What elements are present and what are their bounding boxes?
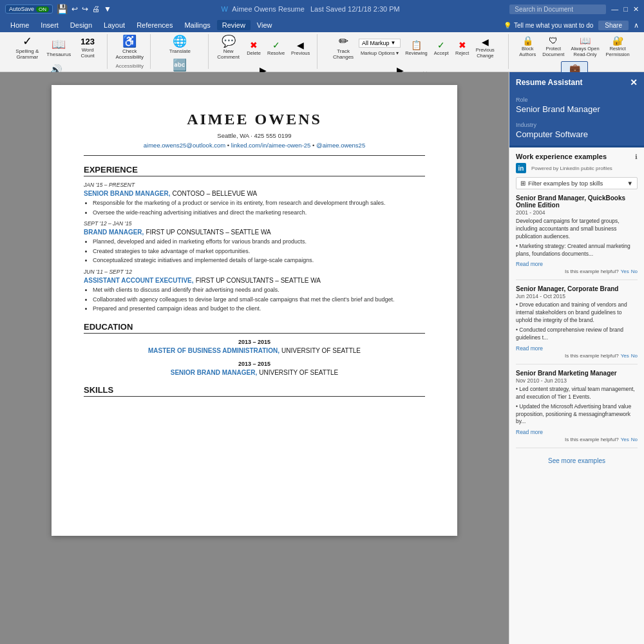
job3-header: ASSISTANT ACCOUNT EXECUTIVE, FIRST UP CO… xyxy=(84,276,425,284)
ribbon: ✓ Spelling &Grammar 📖 Thesaurus 123 Word… xyxy=(0,32,644,72)
ribbon-btn-resolve[interactable]: ✓ Resolve xyxy=(265,39,287,57)
ra-info-icon[interactable]: ℹ xyxy=(635,153,638,160)
ra-see-more[interactable]: See more examples xyxy=(516,453,638,468)
ra-ex3-no[interactable]: No xyxy=(631,437,638,442)
ribbon-btn-reject[interactable]: ✖ Reject xyxy=(453,39,471,57)
ra-ex2-read-more[interactable]: Read more xyxy=(516,345,543,352)
ribbon-btn-thesaurus[interactable]: 📖 Thesaurus xyxy=(44,37,73,59)
menu-insert[interactable]: Insert xyxy=(35,20,64,30)
job2-date: SEPT '12 – JAN '15 xyxy=(84,220,425,227)
job3-company: FIRST UP CONSULTANTS – SEATTLE WA xyxy=(196,277,321,284)
menu-view[interactable]: View xyxy=(252,20,278,30)
ra-industry-section: Industry Computer Software xyxy=(509,119,644,147)
autosave-state: ON xyxy=(36,6,49,12)
resume-twitter: @aimee.owens25 xyxy=(316,142,365,149)
ra-ex2-yes[interactable]: Yes xyxy=(621,353,629,359)
ra-close-button[interactable]: ✕ xyxy=(630,77,638,88)
search-input[interactable] xyxy=(509,5,606,14)
ribbon-btn-prev-change[interactable]: ◀ PreviousChange xyxy=(474,35,497,60)
ribbon-group-language: 🌐 Translate 🔤 Language Language xyxy=(152,34,209,69)
minimize-icon[interactable]: — xyxy=(611,5,618,13)
ribbon-btn-restrict[interactable]: 🔐 RestrictPermission xyxy=(604,34,632,59)
ra-ex2-helpful-label: Is this example helpful? xyxy=(565,353,619,359)
ra-filter-dropdown[interactable]: ⊞ Filter examples by top skills ▼ xyxy=(516,177,638,189)
ribbon-btn-newcomment[interactable]: 💬 NewComment xyxy=(214,34,242,61)
ra-ex1-yes[interactable]: Yes xyxy=(621,269,629,274)
ra-ex2-no[interactable]: No xyxy=(631,353,638,359)
job2-header: BRAND MANAGER, FIRST UP CONSULTANTS – SE… xyxy=(84,228,425,236)
ribbon-btn-wordcount[interactable]: 123 WordCount xyxy=(76,36,99,60)
menu-references[interactable]: References xyxy=(131,20,178,30)
ribbon-btn-delete[interactable]: ✖ Delete xyxy=(245,39,263,57)
ra-ex1-helpful-row: Is this example helpful? Yes No xyxy=(516,269,638,274)
tell-me[interactable]: 💡 Tell me what you want to do xyxy=(504,22,593,29)
ribbon-btn-blockauthors[interactable]: 🔒 BlockAuthors xyxy=(517,34,538,59)
menu-review[interactable]: Review xyxy=(217,20,251,30)
prev-change-icon: ◀ xyxy=(482,37,489,47)
ra-example-2: Senior Manager, Corporate Brand Jun 2014… xyxy=(516,285,638,364)
ribbon-btn-accept[interactable]: ✓ Accept xyxy=(432,39,451,57)
ra-ex2-helpful-row: Is this example helpful? Yes No xyxy=(516,353,638,359)
ribbon-btn-spelling[interactable]: ✓ Spelling &Grammar xyxy=(13,34,41,61)
ra-industry-value: Computer Software xyxy=(516,129,638,139)
job3-date: JUN '11 – SEPT '12 xyxy=(84,269,425,275)
accept-icon: ✓ xyxy=(437,40,445,50)
menu-design[interactable]: Design xyxy=(65,20,97,30)
job1-bullet1: Responsible for the marketing of a produ… xyxy=(93,199,425,207)
menu-home[interactable]: Home xyxy=(5,20,34,30)
toolbar-undo-icon[interactable]: ↩ xyxy=(71,5,78,14)
ribbon-btn-markup-options[interactable]: Markup Options ▾ xyxy=(359,49,401,57)
ribbon-btn-trackchanges[interactable]: ✏ TrackChanges xyxy=(330,34,356,61)
ribbon-btn-accessibility[interactable]: ♿ CheckAccessibility xyxy=(113,34,146,61)
ribbon-collapse-icon[interactable]: ∧ xyxy=(634,21,639,30)
autosave-badge: AutoSave ON xyxy=(5,5,53,14)
ra-ex3-title: Senior Brand Marketing Manager xyxy=(516,370,638,377)
resolve-icon: ✓ xyxy=(272,40,280,50)
toolbar-more-icon[interactable]: ▼ xyxy=(104,5,111,14)
maximize-icon[interactable]: □ xyxy=(623,5,628,13)
ra-ex1-no[interactable]: No xyxy=(631,269,638,274)
word-icon: W xyxy=(222,5,228,13)
resume-contact: aimee.owens25@outlook.com • linked.com/i… xyxy=(84,142,425,149)
protectdoc-icon: 🛡 xyxy=(549,35,558,46)
resume-email: aimee.owens25@outlook.com xyxy=(144,142,225,149)
ribbon-btn-reviewing[interactable]: 📋 Reviewing xyxy=(403,39,430,57)
ra-ex3-read-more[interactable]: Read more xyxy=(516,429,543,435)
close-icon[interactable]: ✕ xyxy=(633,5,639,14)
ra-ex1-read-more[interactable]: Read more xyxy=(516,261,543,267)
ribbon-btn-translate[interactable]: 🌐 Translate xyxy=(167,34,193,55)
ra-ex1-date: 2001 - 2004 xyxy=(516,209,638,216)
all-markup-dropdown[interactable]: All Markup ▼ xyxy=(359,39,401,48)
ribbon-btn-prev-comment[interactable]: ◀ Previous xyxy=(289,39,312,57)
alwaysopen-icon: 📖 xyxy=(580,35,591,46)
ribbon-btn-protectdoc[interactable]: 🛡 ProtectDocument xyxy=(540,34,566,59)
menu-layout[interactable]: Layout xyxy=(99,20,130,30)
toolbar-print-icon[interactable]: 🖨 xyxy=(92,5,100,14)
main-area: AIMEE OWENS Seattle, WA · 425 555 0199 a… xyxy=(0,72,644,644)
job1-bullet2: Oversee the wide-reaching advertising in… xyxy=(93,209,425,217)
reviewing-icon: 📋 xyxy=(411,40,422,50)
toolbar-save-icon[interactable]: 💾 xyxy=(57,4,68,14)
skills-title: SKILLS xyxy=(84,385,425,397)
thesaurus-icon: 📖 xyxy=(52,39,66,50)
job2-title: BRAND MANAGER, xyxy=(84,229,144,236)
blockauthors-icon: 🔒 xyxy=(522,35,533,46)
ribbon-group-protect: 🔒 BlockAuthors 🛡 ProtectDocument 📖 Alway… xyxy=(510,34,639,69)
edu1-school: UNIVERSITY OF SEATTLE xyxy=(281,347,361,354)
menu-mailings[interactable]: Mailings xyxy=(179,20,215,30)
resume-name: AIMEE OWENS xyxy=(84,111,425,128)
ra-ex1-helpful-label: Is this example helpful? xyxy=(565,269,619,274)
job1-date: JAN '15 – PRESENT xyxy=(84,182,425,188)
ra-industry-label: Industry xyxy=(516,122,638,128)
job2-company: FIRST UP CONSULTANTS – SEATTLE WA xyxy=(146,229,270,236)
edu2-school: UNIVERSITY OF SEATTLE xyxy=(259,369,338,376)
edu2-dates: 2013 – 2015 xyxy=(84,361,425,367)
ribbon-btn-alwaysopen[interactable]: 📖 Always OpenRead-Only xyxy=(569,34,601,59)
ra-we-header: Work experience examples ℹ xyxy=(516,153,638,160)
toolbar-redo-icon[interactable]: ↪ xyxy=(82,5,88,14)
share-button[interactable]: Share xyxy=(598,21,629,30)
spelling-icon: ✓ xyxy=(23,35,32,47)
ra-ex2-bullet: • Conducted comprehensive review of bran… xyxy=(516,327,638,342)
ra-ex3-yes[interactable]: Yes xyxy=(621,437,629,442)
wordcount-icon: 123 xyxy=(80,37,95,46)
